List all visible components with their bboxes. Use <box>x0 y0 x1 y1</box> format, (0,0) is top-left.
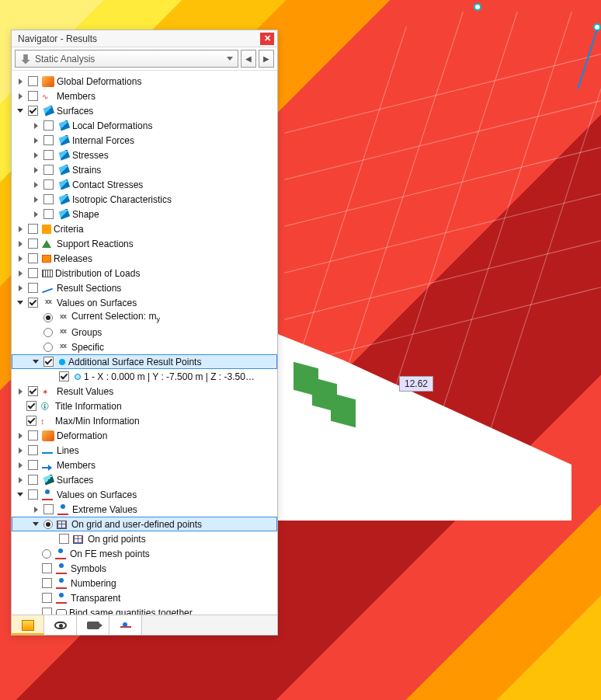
tree-item-surfaces2[interactable]: Surfaces <box>12 472 277 487</box>
tree-item-support-reactions[interactable]: Support Reactions <box>12 236 277 251</box>
tree-item-lines[interactable]: Lines <box>12 443 277 458</box>
close-button[interactable]: ✕ <box>260 33 274 45</box>
checkbox[interactable] <box>43 357 54 367</box>
expander-icon[interactable] <box>16 225 25 234</box>
checkbox[interactable] <box>28 239 38 249</box>
tree-item-specific[interactable]: xx Specific <box>12 340 277 354</box>
tree-item-local-deformations[interactable]: Local Deformations <box>12 118 277 133</box>
expander-icon[interactable] <box>16 490 25 500</box>
tab-results[interactable] <box>109 615 142 635</box>
checkbox[interactable] <box>28 76 38 86</box>
radio[interactable] <box>43 343 53 352</box>
checkbox[interactable] <box>28 283 38 293</box>
checkbox[interactable] <box>59 534 69 544</box>
tree-item-on-fe[interactable]: On FE mesh points <box>12 546 277 561</box>
tree-item-contact-stresses[interactable]: Contact Stresses <box>12 177 277 192</box>
expander-icon[interactable] <box>31 357 40 367</box>
checkbox[interactable] <box>26 416 36 426</box>
tree-item-global-deformations[interactable]: Global Deformations <box>12 74 277 89</box>
expander-icon[interactable] <box>16 475 25 485</box>
tree-item-criteria[interactable]: Criteria <box>12 221 277 236</box>
checkbox[interactable] <box>43 165 54 175</box>
radio[interactable] <box>43 520 53 529</box>
expander-icon[interactable] <box>16 446 25 455</box>
tree-item-members[interactable]: ∿ Members <box>12 89 277 103</box>
radio[interactable] <box>42 549 51 559</box>
checkbox[interactable] <box>42 608 52 615</box>
tree-item-shape[interactable]: Shape <box>12 207 277 221</box>
tree-item-maxmin[interactable]: ↕ Max/Min Information <box>12 413 277 428</box>
tree-item-deformation[interactable]: Deformation <box>12 428 277 443</box>
checkbox[interactable] <box>28 91 38 101</box>
tree-item-extreme[interactable]: Extreme Values <box>12 502 277 517</box>
expander-icon[interactable] <box>16 77 25 86</box>
expander-icon[interactable] <box>31 136 40 145</box>
tree-item-releases[interactable]: Releases <box>12 251 277 266</box>
node-marker[interactable] <box>474 3 481 11</box>
checkbox[interactable] <box>43 120 54 131</box>
tree-item-internal-forces[interactable]: Internal Forces <box>12 133 277 148</box>
tree-item-bind-same[interactable]: Bind same quantities together <box>12 605 277 615</box>
tree-item-strains[interactable]: Strains <box>12 162 277 177</box>
checkbox[interactable] <box>28 475 38 485</box>
expander-icon[interactable] <box>31 151 40 160</box>
tree-item-transparent[interactable]: Transparent <box>12 590 277 605</box>
tree-item-stresses[interactable]: Stresses <box>12 148 277 162</box>
expander-icon[interactable] <box>16 106 25 116</box>
checkbox[interactable] <box>42 578 52 588</box>
checkbox[interactable] <box>43 194 54 204</box>
expander-icon[interactable] <box>16 387 25 396</box>
tree-item-point-entry[interactable]: 1 - X : 0.000 m | Y : -7.500 m | Z : -3.… <box>12 369 277 384</box>
tree-item-values-on-surfaces2[interactable]: Values on Surfaces <box>12 487 277 502</box>
tree-item-numbering[interactable]: Numbering <box>12 576 277 590</box>
expander-icon[interactable] <box>16 92 25 101</box>
expander-icon[interactable] <box>16 239 25 249</box>
expander-icon[interactable] <box>31 165 40 175</box>
checkbox[interactable] <box>28 445 38 455</box>
tree-item-on-grid-user[interactable]: On grid and user-defined points <box>12 517 277 531</box>
expander-icon[interactable] <box>31 505 40 514</box>
expander-icon[interactable] <box>31 195 40 204</box>
results-tree[interactable]: Global Deformations ∿ Members Surfaces L… <box>12 71 277 615</box>
expander-icon[interactable] <box>16 431 25 441</box>
checkbox[interactable] <box>42 593 52 603</box>
analysis-dropdown[interactable]: Static Analysis <box>15 50 238 68</box>
checkbox[interactable] <box>43 150 54 160</box>
checkbox[interactable] <box>28 489 38 500</box>
panel-titlebar[interactable]: Navigator - Results ✕ <box>12 30 277 47</box>
expander-icon[interactable] <box>31 121 40 131</box>
tab-display[interactable] <box>12 615 44 635</box>
expander-icon[interactable] <box>31 520 40 529</box>
checkbox[interactable] <box>59 371 69 381</box>
result-value-label[interactable]: 12.62 <box>399 376 433 392</box>
tree-item-additional-points[interactable]: Additional Surface Result Points <box>12 354 277 369</box>
tab-camera[interactable] <box>77 615 109 635</box>
expander-icon[interactable] <box>16 284 25 293</box>
tree-item-surfaces[interactable]: Surfaces <box>12 103 277 118</box>
tree-item-symbols[interactable]: Symbols <box>12 561 277 576</box>
checkbox[interactable] <box>28 460 38 470</box>
tree-item-distribution[interactable]: Distribution of Loads <box>12 266 277 280</box>
tree-item-result-sections[interactable]: Result Sections <box>12 280 277 295</box>
tree-item-isotropic[interactable]: Isotropic Characteristics <box>12 192 277 207</box>
checkbox[interactable] <box>26 401 36 411</box>
expander-icon[interactable] <box>16 269 25 278</box>
tree-item-on-grid-points[interactable]: On grid points <box>12 531 277 546</box>
checkbox[interactable] <box>43 209 54 219</box>
tree-item-values-on-surfaces[interactable]: xx Values on Surfaces <box>12 295 277 310</box>
checkbox[interactable] <box>28 268 38 278</box>
checkbox[interactable] <box>43 504 54 514</box>
tree-item-title-info[interactable]: 🛈 Title Information <box>12 399 277 413</box>
checkbox[interactable] <box>43 179 54 190</box>
expander-icon[interactable] <box>31 210 40 219</box>
radio[interactable] <box>43 313 53 322</box>
checkbox[interactable] <box>42 563 52 573</box>
radio[interactable] <box>43 328 53 337</box>
checkbox[interactable] <box>28 298 38 308</box>
tree-item-result-values[interactable]: ✶ Result Values <box>12 384 277 399</box>
expander-icon[interactable] <box>16 461 25 470</box>
nav-prev-button[interactable]: ◀ <box>241 50 256 68</box>
checkbox[interactable] <box>28 253 38 263</box>
checkbox[interactable] <box>28 106 38 116</box>
expander-icon[interactable] <box>16 298 25 308</box>
